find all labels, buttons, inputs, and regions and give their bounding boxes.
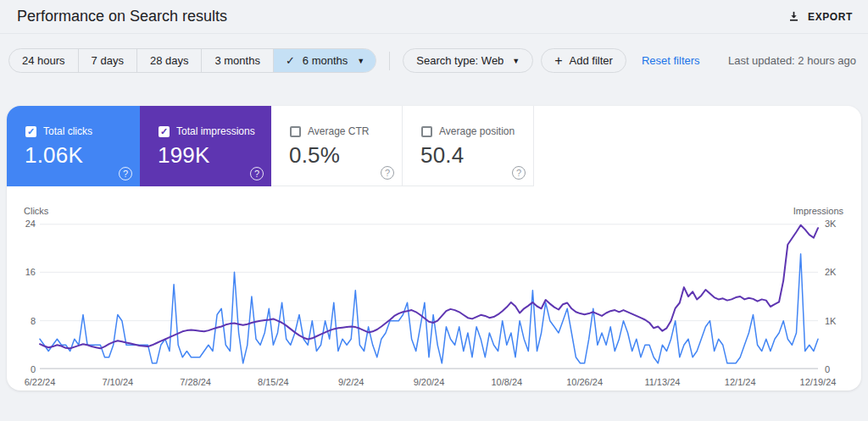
y-tick-label: 3K [825, 219, 836, 229]
page-title: Performance on Search results [17, 8, 227, 25]
metric-card-average-ctr[interactable]: Average CTR 0.5% ? [271, 106, 403, 186]
add-filter-label: Add filter [570, 54, 613, 67]
divider [389, 52, 390, 70]
x-tick-label: 8/15/24 [258, 377, 289, 387]
search-type-chip[interactable]: Search type: Web ▼ [403, 48, 533, 73]
check-icon: ✓ [160, 126, 168, 137]
date-range-label: 28 days [150, 54, 189, 67]
x-tick-label: 7/28/24 [180, 377, 211, 387]
x-tick-label: 10/8/24 [491, 377, 522, 387]
date-range-group: 24 hours 7 days 28 days 3 months ✓ 6 mon… [8, 48, 376, 73]
last-updated-text: Last updated: 2 hours ago [728, 54, 856, 67]
chevron-down-icon: ▼ [512, 57, 520, 65]
checkbox-checked-icon[interactable]: ✓ [159, 126, 170, 137]
help-icon[interactable]: ? [381, 166, 394, 180]
export-button[interactable]: EXPORT [787, 10, 853, 23]
metric-value: 199K [140, 137, 271, 169]
plus-icon: + [554, 53, 562, 69]
metric-label-row: ✓ Total clicks [7, 106, 140, 137]
metric-label: Average CTR [308, 125, 369, 137]
x-tick-label: 9/20/24 [414, 377, 445, 387]
search-type-label: Search type: Web [416, 54, 504, 67]
date-range-label: 24 hours [22, 54, 65, 67]
download-icon [787, 10, 800, 23]
chart-plot-area[interactable] [40, 224, 818, 369]
metric-label: Average position [439, 125, 515, 137]
metric-card-total-clicks[interactable]: ✓ Total clicks 1.06K ? [7, 106, 140, 186]
y-tick-label: 1K [825, 316, 836, 326]
check-icon: ✓ [27, 126, 35, 137]
metric-card-average-position[interactable]: Average position 50.4 ? [403, 106, 534, 186]
date-range-6-months-selected[interactable]: ✓ 6 months ▼ [273, 49, 376, 72]
series-line-clicks [40, 254, 818, 363]
reset-filters-link[interactable]: Reset filters [642, 54, 700, 67]
checkbox-unchecked-icon[interactable] [421, 126, 432, 137]
help-icon[interactable]: ? [512, 166, 526, 180]
y-tick-label: 16 [7, 267, 36, 277]
check-icon: ✓ [286, 54, 295, 67]
metric-card-total-impressions[interactable]: ✓ Total impressions 199K ? [140, 106, 271, 186]
metric-value: 0.5% [271, 137, 402, 169]
date-range-7-days[interactable]: 7 days [78, 49, 136, 72]
add-filter-chip[interactable]: + Add filter [541, 48, 626, 73]
help-icon[interactable]: ? [119, 167, 132, 180]
date-range-label: 6 months [303, 54, 348, 67]
top-bar: Performance on Search results EXPORT [0, 0, 868, 34]
x-tick-label: 9/2/24 [338, 377, 364, 387]
performance-panel: ✓ Total clicks 1.06K ? ✓ Total impressio… [7, 106, 861, 391]
performance-chart: Clicks Impressions 241680 3K2K1K0 6/22/2… [7, 206, 861, 391]
y-tick-label: 0 [7, 364, 36, 374]
date-range-28-days[interactable]: 28 days [136, 49, 202, 72]
right-axis-title: Impressions [793, 206, 843, 216]
y-tick-label: 8 [7, 316, 36, 326]
metric-label: Total clicks [43, 125, 92, 137]
export-label: EXPORT [808, 11, 853, 23]
metric-value: 50.4 [403, 137, 533, 169]
y-tick-label: 0 [825, 364, 830, 374]
chevron-down-icon: ▼ [357, 57, 364, 65]
left-axis-title: Clicks [24, 206, 48, 216]
metric-value: 1.06K [7, 137, 140, 169]
date-range-label: 3 months [214, 54, 259, 67]
date-range-24-hours[interactable]: 24 hours [9, 49, 78, 72]
checkbox-checked-icon[interactable]: ✓ [25, 126, 36, 137]
metric-label-row: Average CTR [271, 106, 402, 137]
x-tick-label: 11/13/24 [644, 377, 680, 387]
x-tick-label: 7/10/24 [102, 377, 133, 387]
x-tick-label: 12/1/24 [725, 377, 756, 387]
date-range-label: 7 days [92, 54, 124, 67]
metric-label-row: Average position [403, 106, 533, 137]
date-range-3-months[interactable]: 3 months [201, 49, 272, 72]
x-tick-label: 12/19/24 [800, 377, 837, 387]
metric-label-row: ✓ Total impressions [140, 106, 271, 137]
help-icon[interactable]: ? [250, 167, 264, 180]
series-line-impressions [40, 225, 818, 349]
metric-cards-row: ✓ Total clicks 1.06K ? ✓ Total impressio… [7, 106, 861, 186]
x-tick-label: 6/22/24 [25, 377, 56, 387]
metric-label: Total impressions [176, 125, 255, 137]
filter-bar: 24 hours 7 days 28 days 3 months ✓ 6 mon… [8, 48, 856, 73]
y-tick-label: 2K [825, 267, 836, 277]
checkbox-unchecked-icon[interactable] [290, 126, 301, 137]
y-tick-label: 24 [7, 219, 36, 229]
x-tick-label: 10/26/24 [566, 377, 603, 387]
